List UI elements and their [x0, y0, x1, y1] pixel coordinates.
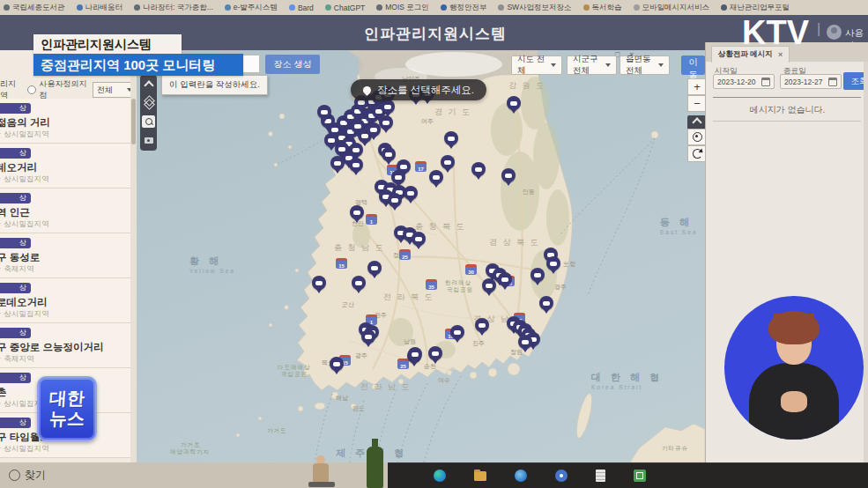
status-badge: 상 [0, 148, 31, 159]
map-pin-marker[interactable] [352, 276, 366, 290]
map-pin-marker[interactable] [412, 232, 426, 246]
filter-dropdown-0[interactable]: 시도 전체 [511, 55, 562, 75]
map-pin-marker[interactable] [330, 156, 345, 170]
map-pin-marker[interactable] [507, 96, 521, 110]
zoom-out-button[interactable]: − [687, 95, 705, 112]
bookmark-item[interactable]: 모바일메시지서비스 [634, 3, 710, 13]
map-pin-marker[interactable] [482, 278, 496, 292]
collapse-up-icon[interactable] [144, 81, 153, 91]
create-place-button[interactable]: 장소 생성 [265, 55, 320, 74]
map-pin-marker[interactable] [408, 347, 422, 361]
map-pin-marker[interactable] [388, 193, 402, 207]
filter-dropdown-2[interactable]: 읍면동 전체 [619, 55, 670, 75]
bookmark-item[interactable]: 나라장터: 국가종합... [134, 3, 213, 13]
panel-scrollbar[interactable] [864, 62, 868, 462]
screen: 국립세종도서관나라배움터나라장터: 국가종합...e-발주시스템BardChat… [0, 0, 868, 488]
city-label: 군산 [342, 300, 354, 309]
bookmark-item[interactable]: SW사업정보저장소 [498, 3, 571, 13]
list-item[interactable]: 상젊음의 거리ㆍ상시밀집지역 [0, 99, 130, 144]
current-location-button[interactable] [687, 129, 705, 145]
map-area[interactable]: 황 해Yellow Sea동 해East Sea대 한 해 협Korea Str… [137, 50, 705, 462]
map-pin-marker[interactable] [498, 272, 512, 286]
layers-icon[interactable] [145, 99, 152, 107]
user-avatar[interactable] [827, 25, 842, 40]
zoom-in-button[interactable]: + [687, 78, 705, 95]
desk-bottle [367, 447, 383, 488]
map-pin-marker[interactable] [471, 162, 486, 176]
bookmark-label: MOIS 로그인 [385, 3, 429, 13]
map-pin-marker[interactable] [501, 168, 516, 182]
map-pin-marker[interactable] [324, 133, 338, 147]
edge-icon[interactable] [434, 470, 446, 482]
calendar-icon[interactable] [761, 78, 770, 86]
map-pin-marker[interactable] [530, 268, 545, 282]
map-pin-marker[interactable] [546, 256, 560, 270]
interpreter-hands [781, 391, 807, 412]
list-item[interactable]: 상데오거리ㆍ상시밀집지역 [0, 144, 130, 189]
scrollbar-thumb[interactable] [131, 99, 136, 144]
green-icon[interactable] [634, 470, 646, 482]
location-title: 역 인근 [0, 206, 30, 219]
map-pin-marker[interactable] [428, 346, 442, 360]
empty-message: 메시지가 없습니다. [706, 104, 868, 116]
bookmark-item[interactable]: e-발주시스템 [225, 3, 278, 13]
bookmark-item[interactable]: 나라배움터 [77, 3, 123, 13]
road-shield: 17 [415, 161, 427, 172]
list-item[interactable]: 상역 인근ㆍ상시밀집지역 [0, 189, 130, 233]
folder-icon[interactable] [474, 471, 486, 481]
city-label: 안동 [523, 188, 535, 196]
notes-icon[interactable] [596, 470, 605, 482]
map-pin-marker[interactable] [367, 261, 382, 275]
cctv-icon[interactable] [145, 137, 153, 144]
message-panel: 상황전파 메시지 × 시작일 2023-12-20 종료일 2023-12-27… [705, 42, 868, 462]
browser-icon[interactable] [515, 470, 527, 482]
bookmark-item[interactable]: 재난관리업무포털 [721, 3, 790, 13]
refresh-button[interactable] [687, 145, 705, 162]
map-pin-marker[interactable] [475, 318, 489, 332]
filter-dropdown-1[interactable]: 시군구 전체 [567, 55, 617, 75]
map-pin-marker[interactable] [381, 100, 395, 114]
move-button[interactable]: 이동 [681, 55, 705, 75]
bookmark-item[interactable]: Bard [289, 4, 314, 12]
sea-label-text: 동 해 [660, 216, 697, 229]
map-pin-marker[interactable] [441, 155, 455, 169]
map-pin-marker[interactable] [382, 147, 396, 161]
map-pin-marker[interactable] [518, 335, 532, 349]
location-subtitle: ㆍ상시밀집지역 [0, 219, 49, 230]
radio-custom-point[interactable] [27, 85, 36, 94]
start-date-field[interactable]: 2023-12-20 [713, 74, 775, 89]
map-pin-marker[interactable] [330, 357, 344, 371]
bookmark-item[interactable]: 행정안전부 [441, 3, 487, 13]
taskbar-search-label[interactable]: 찾기 [25, 468, 46, 483]
app-icon[interactable] [555, 470, 568, 482]
list-item[interactable]: 상로데오거리ㆍ상시밀집지역 [0, 278, 130, 323]
map-pin-marker[interactable] [450, 325, 464, 339]
list-item[interactable]: 상구 중앙로 으능정이거리ㆍ축제지역 [0, 323, 130, 368]
map-pin-marker[interactable] [350, 205, 364, 219]
park-label: 기타큐슈 [662, 445, 688, 453]
map-pin-marker[interactable] [404, 186, 418, 200]
map-pin-marker[interactable] [379, 115, 393, 129]
map-pin-marker[interactable] [391, 170, 405, 184]
map-pin-marker[interactable] [429, 170, 443, 184]
figurine-body [313, 463, 329, 483]
map-search-tool[interactable] [142, 115, 155, 128]
search-circle-icon[interactable] [9, 470, 20, 481]
bookmark-item[interactable]: 국립세종도서관 [4, 3, 65, 13]
nav-collapse-button[interactable] [687, 115, 705, 129]
bookmark-item[interactable]: ChatGPT [325, 4, 365, 12]
map-pin-marker[interactable] [444, 131, 458, 145]
ktv-watermark: KTV [742, 14, 809, 52]
end-date-field[interactable]: 2023-12-27 [780, 74, 842, 89]
bookmark-item[interactable]: MOIS 로그인 [376, 3, 429, 13]
calendar-icon[interactable] [828, 78, 837, 86]
map-pin-marker[interactable] [361, 329, 375, 344]
list-item[interactable]: 상구 동성로ㆍ축제지역 [0, 233, 130, 278]
map-pin-marker[interactable] [539, 296, 553, 310]
bookmark-item[interactable]: 독서학습 [583, 3, 622, 13]
map-pin-marker[interactable] [349, 158, 363, 172]
sidebar-scrollbar[interactable] [130, 50, 137, 462]
bookmark-label: 재난관리업무포털 [730, 3, 790, 13]
map-pin-marker[interactable] [312, 276, 326, 290]
map-pin-marker[interactable] [317, 105, 331, 119]
